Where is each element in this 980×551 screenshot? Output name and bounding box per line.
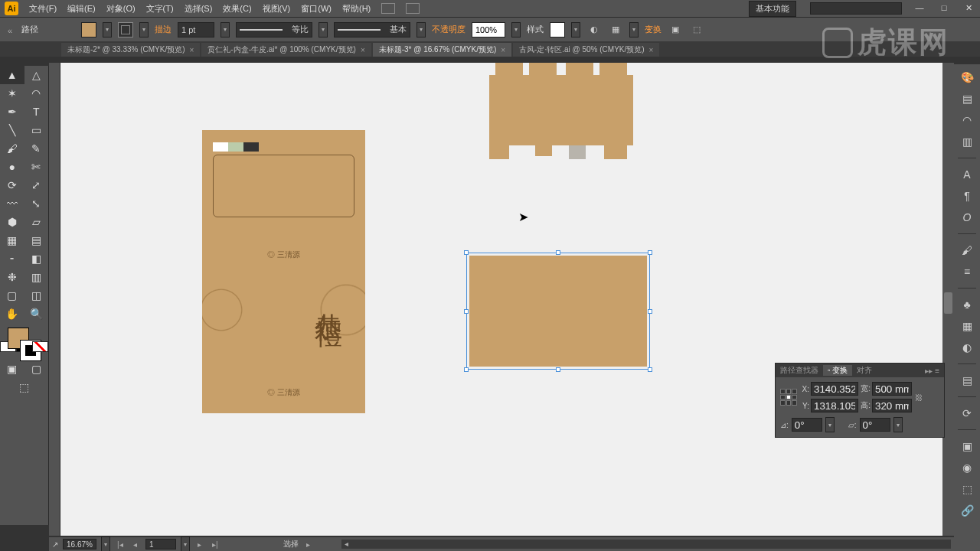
blend-tool-icon[interactable]: ◧	[24, 249, 49, 268]
tab-close-icon[interactable]: ×	[190, 46, 194, 54]
menu-help[interactable]: 帮助(H)	[342, 3, 371, 15]
profile-dd-icon[interactable]: ▾	[318, 22, 328, 37]
handle-br[interactable]	[648, 367, 652, 372]
tab-2[interactable]: 未标题-3* @ 16.67% (CMYK/预览)×	[373, 43, 511, 57]
search-input[interactable]	[810, 2, 902, 15]
selected-rectangle[interactable]	[466, 253, 650, 370]
layers-panel-icon[interactable]: ▤	[959, 373, 975, 387]
opentype-panel-icon[interactable]: O	[959, 210, 975, 224]
lasso-tool-icon[interactable]: ◠	[24, 84, 49, 103]
artboards-panel-icon[interactable]: ⬚	[959, 482, 975, 496]
transparency-panel-icon[interactable]: ◐	[959, 341, 975, 354]
eraser-tool-icon[interactable]: ✄	[24, 158, 49, 176]
opacity-input[interactable]: 100%	[472, 22, 505, 37]
menu-select[interactable]: 选择(S)	[185, 3, 213, 15]
menu-extra-1-icon[interactable]	[381, 3, 395, 14]
scrollbar-v[interactable]	[942, 63, 954, 536]
scrollbar-h[interactable]: ◂	[341, 540, 951, 549]
tab-close-icon[interactable]: ×	[649, 46, 654, 54]
first-artboard-icon[interactable]: |◂	[115, 540, 126, 549]
tab-close-icon[interactable]: ×	[361, 46, 365, 54]
tab-3[interactable]: 古风-定·转区.ai @ 50% (CMYK/预览)×	[513, 43, 659, 57]
panel-toggle-icon[interactable]: «	[8, 26, 15, 34]
profile-dd[interactable]: 等比	[236, 22, 312, 37]
transform-panel-icon[interactable]: ⟳	[959, 406, 975, 420]
menu-object[interactable]: 对象(O)	[106, 3, 136, 15]
rect-tool-icon[interactable]: ▭	[24, 121, 49, 139]
edit-clip-icon[interactable]: ⬚	[689, 22, 704, 37]
last-artboard-icon[interactable]: ▸|	[210, 540, 220, 549]
tab-1[interactable]: 贡仁礼-内盒-牛皮.ai* @ 100% (CMYK/预览)×	[201, 43, 371, 57]
w-input[interactable]	[872, 382, 912, 396]
tab-transform[interactable]: ◦ 变换	[823, 365, 852, 376]
line-tool-icon[interactable]: ╲	[0, 121, 24, 139]
stroke-label[interactable]: 描边	[155, 24, 172, 35]
brush-dd[interactable]: 基本	[334, 22, 410, 37]
links-panel-icon[interactable]: 🔗	[959, 504, 975, 517]
menu-extra-2-icon[interactable]	[406, 3, 420, 14]
tab-pathfinder[interactable]: 路径查找器	[776, 365, 823, 376]
stroke-swatch[interactable]	[118, 22, 133, 37]
shear-input[interactable]	[860, 418, 890, 432]
opacity-dd-icon[interactable]: ▾	[511, 22, 521, 37]
zoom-input[interactable]: 16.67%	[63, 539, 96, 549]
zoom-tool-icon[interactable]: 🔍	[24, 305, 49, 323]
zoom-dd-icon[interactable]: ▾	[101, 536, 110, 551]
recolor-icon[interactable]: ◐	[586, 22, 602, 37]
brush-dd-icon[interactable]: ▾	[416, 22, 426, 37]
shape-build-icon[interactable]: ⬢	[0, 213, 24, 231]
handle-ml[interactable]	[464, 309, 469, 314]
rotate-input[interactable]	[792, 418, 822, 432]
perspective-icon[interactable]: ▱	[24, 213, 49, 231]
artboard-dd-icon[interactable]: ▾	[181, 536, 190, 551]
type-tool-icon[interactable]: T	[24, 103, 49, 121]
workspace-switch[interactable]: 基本功能	[749, 1, 796, 17]
para-panel-icon[interactable]: ¶	[959, 189, 975, 203]
canvas[interactable]: ◎ 三清源 恭仁禮 ◎ 三清源 ➤	[60, 63, 942, 536]
artboard-tool-icon[interactable]: ▢	[0, 286, 24, 305]
menu-edit[interactable]: 编辑(E)	[67, 3, 96, 15]
stroke-weight-dd-icon[interactable]: ▾	[220, 22, 230, 37]
menu-view[interactable]: 视图(V)	[263, 3, 291, 15]
stroke-panel-icon[interactable]: ◠	[959, 113, 975, 127]
export-icon[interactable]: ↗	[52, 540, 58, 549]
mesh-tool-icon[interactable]: ▦	[0, 231, 24, 249]
scroll-thumb[interactable]	[944, 292, 952, 314]
graph-tool-icon[interactable]: ▥	[24, 268, 49, 286]
pen-tool-icon[interactable]: ✒	[0, 103, 24, 121]
align-panel-icon[interactable]: ▣	[959, 439, 975, 453]
close-icon[interactable]: ✕	[962, 3, 975, 14]
graphic-styles-icon[interactable]: ▦	[959, 319, 975, 333]
fill-dd-icon[interactable]: ▾	[103, 22, 112, 37]
menu-file[interactable]: 文件(F)	[29, 3, 57, 15]
menu-window[interactable]: 窗口(W)	[301, 3, 332, 15]
selection-tool-icon[interactable]: ▲	[0, 66, 24, 84]
tab-align[interactable]: 对齐	[852, 365, 877, 376]
symbol-tool-icon[interactable]: ❉	[0, 268, 24, 286]
transform-panel[interactable]: 路径查找器 ◦ 变换 对齐 ▸▸ ≡ X: 宽: Y: 高: ⛓ ⊿: ▾ ▱:…	[775, 363, 945, 438]
hand-tool-icon[interactable]: ✋	[0, 305, 24, 323]
slice-tool-icon[interactable]: ◫	[24, 286, 49, 305]
rotate-dd-icon[interactable]: ▾	[825, 417, 835, 432]
x-input[interactable]	[811, 382, 858, 396]
free-tool-icon[interactable]: ⤡	[24, 194, 49, 213]
pencil-tool-icon[interactable]: ✎	[24, 139, 49, 158]
link-wh-icon[interactable]: ⛓	[913, 393, 924, 402]
handle-bl[interactable]	[464, 367, 469, 372]
menu-effect[interactable]: 效果(C)	[223, 3, 251, 15]
style-dd-icon[interactable]: ▾	[571, 22, 580, 37]
maximize-icon[interactable]: □	[937, 3, 951, 14]
fill-swatch[interactable]	[81, 22, 96, 37]
y-input[interactable]	[811, 399, 858, 412]
handle-tr[interactable]	[648, 250, 652, 255]
brushes-panel-icon[interactable]: 🖌	[959, 243, 975, 257]
rotate-tool-icon[interactable]: ⟳	[0, 176, 24, 194]
minimize-icon[interactable]: —	[913, 3, 926, 14]
color-none-icon[interactable]	[32, 341, 48, 352]
stroke-weight-input[interactable]: 1 pt	[178, 22, 214, 37]
artwork-package[interactable]: ◎ 三清源 恭仁禮 ◎ 三清源	[202, 130, 365, 413]
shear-dd-icon[interactable]: ▾	[893, 417, 903, 432]
handle-mr[interactable]	[648, 309, 652, 314]
pathfinder-panel-icon[interactable]: ◉	[959, 461, 975, 474]
direct-select-tool-icon[interactable]: △	[24, 66, 49, 84]
